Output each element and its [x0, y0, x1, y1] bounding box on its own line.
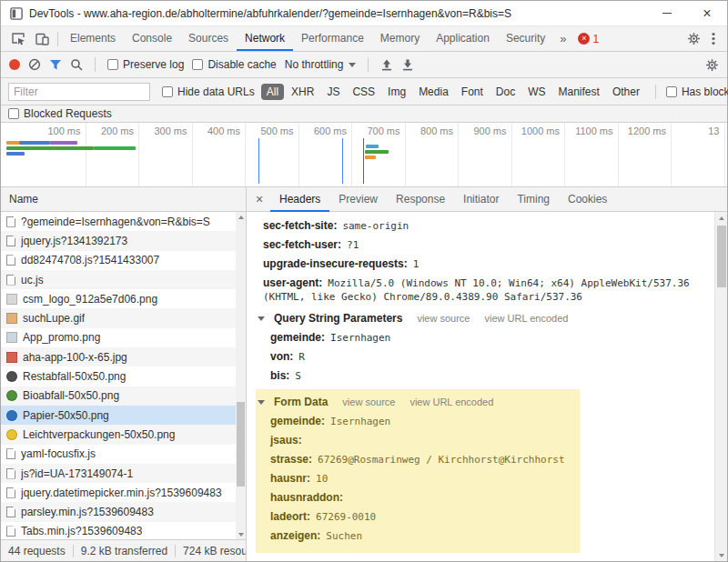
- image-thumbnail-icon: [6, 390, 17, 401]
- request-row[interactable]: Bioabfall-50x50.png: [1, 386, 236, 406]
- timeline-tick: 300 ms: [139, 123, 193, 186]
- request-row[interactable]: App_promo.png: [1, 328, 236, 347]
- request-row[interactable]: yaml-focusfix.js: [1, 445, 236, 464]
- chip-css[interactable]: CSS: [347, 84, 380, 100]
- scroll-up-button[interactable]: [236, 212, 246, 222]
- request-row[interactable]: suchLupe.gif: [1, 308, 236, 327]
- tab-sources[interactable]: Sources: [180, 26, 237, 51]
- tab-initiator[interactable]: Initiator: [454, 187, 508, 212]
- more-tabs-button[interactable]: »: [553, 32, 572, 45]
- tab-headers[interactable]: Headers: [270, 187, 329, 212]
- script-icon: [6, 468, 15, 479]
- toolbar-separator: [95, 57, 96, 72]
- close-details-button[interactable]: ×: [248, 192, 270, 206]
- name-column-header[interactable]: Name: [1, 187, 246, 212]
- settings-button[interactable]: [682, 27, 705, 51]
- blocked-requests-checkbox[interactable]: Blocked Requests: [8, 107, 112, 120]
- request-row[interactable]: jquery.datetimepicker.min.js?1539609483: [1, 483, 236, 502]
- tab-response[interactable]: Response: [387, 187, 454, 212]
- request-row[interactable]: Restabfall-50x50.png: [1, 366, 236, 386]
- clear-button[interactable]: [28, 58, 41, 71]
- tab-application[interactable]: Application: [428, 26, 498, 51]
- timeline-tick: 700 ms: [352, 123, 406, 186]
- device-toolbar-button[interactable]: [30, 27, 54, 51]
- chip-xhr[interactable]: XHR: [286, 84, 319, 100]
- view-source-link[interactable]: view source: [417, 313, 470, 324]
- timeline-tick: 200 ms: [86, 123, 140, 186]
- tab-cookies[interactable]: Cookies: [559, 187, 616, 212]
- close-button[interactable]: ×: [687, 1, 727, 25]
- chip-manifest[interactable]: Manifest: [553, 84, 605, 100]
- scrollbar-thumb[interactable]: [717, 226, 726, 287]
- tab-security[interactable]: Security: [498, 26, 553, 51]
- scroll-down-button[interactable]: [236, 529, 246, 539]
- request-row[interactable]: parsley.min.js?1539609483: [1, 502, 236, 521]
- chip-media[interactable]: Media: [413, 84, 454, 100]
- image-thumbnail-icon: [6, 352, 17, 363]
- view-source-link[interactable]: view source: [342, 396, 395, 407]
- request-list-scrollbar[interactable]: [236, 212, 246, 539]
- scroll-down-button[interactable]: [715, 549, 727, 561]
- arrow-up-icon: [719, 216, 724, 220]
- request-row[interactable]: uc.js: [1, 270, 236, 289]
- preserve-log-checkbox[interactable]: Preserve log: [107, 58, 184, 71]
- request-row[interactable]: jquery.js?1341392173: [1, 231, 236, 250]
- console-error-badge[interactable]: × 1: [578, 33, 599, 45]
- scroll-up-button[interactable]: [715, 212, 727, 224]
- import-har-button[interactable]: [380, 59, 393, 71]
- disclosure-triangle-icon[interactable]: [258, 400, 265, 405]
- search-button[interactable]: [70, 58, 83, 71]
- chip-all[interactable]: All: [261, 84, 284, 100]
- waterfall-bar: [6, 152, 25, 156]
- timeline-tick: 13: [672, 123, 725, 186]
- has-blocked-cookies-checkbox[interactable]: Has blocked cookies: [666, 85, 728, 98]
- disable-cache-checkbox[interactable]: Disable cache: [192, 58, 276, 71]
- tab-elements[interactable]: Elements: [62, 26, 124, 51]
- request-row-selected[interactable]: Papier-50x50.png: [1, 406, 236, 425]
- view-url-encoded-link[interactable]: view URL encoded: [410, 396, 493, 407]
- clear-icon: [28, 58, 41, 71]
- chip-doc[interactable]: Doc: [490, 84, 521, 100]
- form-data-section-header[interactable]: Form Data view source view URL encoded: [256, 390, 574, 412]
- hide-data-urls-checkbox[interactable]: Hide data URLs: [162, 85, 255, 98]
- minimize-button[interactable]: [647, 1, 687, 25]
- chip-ws[interactable]: WS: [522, 84, 551, 100]
- tab-timing[interactable]: Timing: [508, 187, 559, 212]
- request-row[interactable]: js?id=UA-173149074-1: [1, 464, 236, 483]
- param-value: 67269-0010: [316, 511, 376, 523]
- query-string-section-header[interactable]: Query String Parameters view source view…: [256, 306, 705, 328]
- param-name: ladeort: [270, 510, 310, 523]
- tab-preview[interactable]: Preview: [329, 187, 387, 212]
- filter-toggle-button[interactable]: [49, 59, 62, 71]
- request-row[interactable]: dd82474708.js?1541433007: [1, 251, 236, 270]
- scrollbar-thumb[interactable]: [237, 402, 245, 487]
- chip-img[interactable]: Img: [382, 84, 411, 100]
- network-settings-button[interactable]: [705, 58, 719, 72]
- param-name: hausnraddon: [270, 491, 343, 504]
- disclosure-triangle-icon[interactable]: [258, 316, 265, 321]
- param-value: Isernhagen: [330, 332, 390, 344]
- request-row[interactable]: Tabs.min.js?1539609483: [1, 522, 236, 539]
- throttling-select[interactable]: No throttling: [285, 58, 357, 71]
- inspect-element-button[interactable]: [6, 27, 30, 51]
- details-scrollbar[interactable]: [714, 212, 727, 561]
- request-row[interactable]: Leichtverpackungen-50x50.png: [1, 425, 236, 444]
- request-row[interactable]: ?gemeinde=Isernhagen&von=R&bis=S: [1, 212, 236, 231]
- tab-network[interactable]: Network: [237, 26, 293, 51]
- request-row[interactable]: aha-app-100-x-65.jpg: [1, 347, 236, 366]
- chip-js[interactable]: JS: [321, 84, 345, 100]
- chip-other[interactable]: Other: [607, 84, 645, 100]
- record-button[interactable]: [9, 59, 20, 70]
- tab-console[interactable]: Console: [124, 26, 180, 51]
- request-row[interactable]: csm_logo_912a5e7d06.png: [1, 289, 236, 308]
- tab-performance[interactable]: Performance: [293, 26, 372, 51]
- view-url-encoded-link[interactable]: view URL encoded: [484, 313, 568, 324]
- network-overview[interactable]: 100 ms 200 ms 300 ms 400 ms 500 ms 600 m…: [1, 123, 727, 187]
- devtools-menu-button[interactable]: [705, 27, 722, 51]
- image-thumbnail-icon: [6, 371, 17, 382]
- request-name: Tabs.min.js?1539609483: [21, 525, 142, 537]
- chip-font[interactable]: Font: [456, 84, 489, 100]
- export-har-button[interactable]: [401, 59, 414, 71]
- filter-input[interactable]: [8, 83, 150, 101]
- tab-memory[interactable]: Memory: [372, 26, 428, 51]
